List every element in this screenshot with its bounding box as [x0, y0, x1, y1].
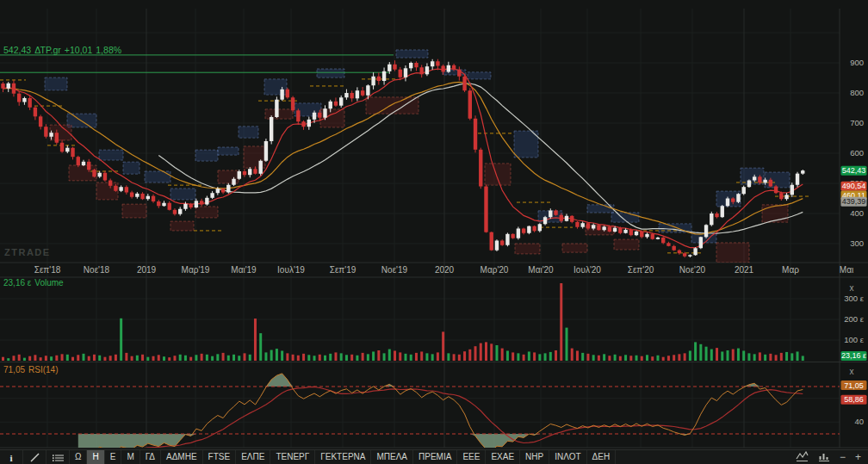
candle-body	[280, 90, 283, 100]
volume-bar	[576, 350, 579, 361]
ticker-button-ΤΕΝΕΡΓ[interactable]: ΤΕΝΕΡΓ	[270, 450, 315, 464]
candle-body	[747, 181, 751, 188]
ticker-button-ΝΗΡ[interactable]: ΝΗΡ	[520, 450, 549, 464]
volume-bar	[249, 355, 251, 361]
ticker-button-ΓΔ[interactable]: ΓΔ	[140, 450, 161, 464]
candle-body	[414, 63, 418, 67]
chart-background	[0, 0, 868, 449]
volume-bar	[173, 356, 176, 361]
draw-icon[interactable]	[23, 450, 46, 464]
candle-body	[608, 226, 611, 232]
info-icon[interactable]: i	[0, 450, 23, 464]
trading-chart-app: 900800700600500400300Σεπ'18Νοε'182019Μαρ…	[0, 0, 868, 464]
price-axis-tick: 400	[850, 208, 864, 218]
candle-body	[393, 65, 396, 70]
x-axis-tick: Μαρ	[782, 265, 799, 275]
volume-pane-close-button[interactable]: x	[850, 283, 854, 293]
candle-body	[22, 98, 26, 102]
candle-body	[490, 232, 493, 251]
volume-bar	[254, 319, 257, 361]
supply-zone-box	[218, 147, 239, 155]
demand-zone-box	[96, 183, 118, 200]
ticker-button-ΔΕΗ[interactable]: ΔΕΗ	[587, 450, 617, 464]
candle-body	[366, 85, 369, 96]
volume-bar	[345, 355, 348, 361]
candle-body	[323, 108, 326, 118]
x-axis-tick: Σεπ'20	[628, 265, 654, 275]
ticker-button-ΙΝΛΟΤ[interactable]: ΙΝΛΟΤ	[549, 450, 586, 464]
timeframe-button-Ω[interactable]: Ω	[70, 450, 87, 464]
volume-bar	[329, 354, 332, 361]
candle-body	[71, 148, 74, 158]
zoom-out-icon[interactable]: −	[840, 450, 846, 464]
volume-bar	[785, 352, 788, 361]
volume-bar	[646, 355, 648, 361]
candle-body	[103, 173, 107, 181]
volume-bar	[340, 353, 343, 361]
candle-body	[248, 169, 251, 175]
volume-bar	[146, 357, 149, 361]
volume-bar	[636, 356, 638, 361]
volume-bar	[603, 354, 605, 361]
timeframe-button-Μ[interactable]: Μ	[121, 450, 140, 464]
volume-bar	[544, 353, 547, 361]
volume-bar	[458, 355, 461, 361]
candle-body	[538, 224, 542, 231]
candle-body	[597, 225, 600, 230]
volume-bar	[286, 353, 288, 361]
candle-body	[796, 174, 799, 185]
volume-bar	[689, 350, 691, 361]
chart-canvas[interactable]: 900800700600500400300Σεπ'18Νοε'182019Μαρ…	[0, 0, 868, 449]
zoom-in-icon[interactable]: +	[855, 450, 861, 464]
volume-bar	[581, 353, 584, 361]
chart-line-icon[interactable]	[796, 451, 809, 464]
svg-text:71,05: 71,05	[844, 381, 864, 390]
volume-bar	[619, 356, 622, 361]
ticker-button-ΕΕΕ[interactable]: ΕΕΕ	[457, 450, 486, 464]
candle-body	[436, 61, 439, 65]
volume-bar	[179, 355, 182, 361]
x-axis-tick: 2021	[735, 265, 754, 275]
volume-bar	[614, 355, 617, 361]
volume-bar	[726, 350, 728, 361]
candle-body	[55, 133, 59, 143]
volume-bar	[699, 344, 702, 361]
ticker-button-ΓΕΚΤΕΡΝΑ[interactable]: ΓΕΚΤΕΡΝΑ	[315, 450, 371, 464]
ticker-button-FTSE[interactable]: FTSE	[203, 450, 237, 464]
volume-bar	[721, 351, 723, 361]
candle-body	[543, 217, 547, 224]
rsi-badge: 71,05	[841, 380, 867, 390]
volume-bar	[560, 283, 562, 361]
candle-body	[753, 176, 756, 180]
demand-zone-box	[69, 165, 96, 181]
candle-body	[39, 116, 42, 127]
candle-body	[205, 198, 208, 205]
candle-body	[307, 120, 311, 127]
ticker-button-ΕΧΑΕ[interactable]: ΕΧΑΕ	[486, 450, 520, 464]
candle-body	[666, 243, 670, 246]
candle-body	[699, 237, 703, 248]
candle-body	[329, 102, 332, 108]
candle-body	[146, 196, 150, 200]
volume-bar	[34, 355, 36, 361]
ticker-button-ΕΛΠΕ[interactable]: ΕΛΠΕ	[236, 450, 270, 464]
x-axis-tick: Μαι'20	[528, 265, 554, 275]
volume-bar	[759, 352, 761, 361]
candle-body	[377, 77, 381, 81]
volume-bar	[480, 343, 482, 361]
candle-body	[721, 206, 724, 217]
timeframe-button-Ε[interactable]: Ε	[105, 450, 122, 464]
ticker-button-ΠΡΕΜΙΑ[interactable]: ΠΡΕΜΙΑ	[413, 450, 457, 464]
candle-body	[49, 133, 53, 137]
candle-body	[286, 90, 289, 97]
volume-bar	[184, 356, 187, 361]
timeframe-button-Η[interactable]: Η	[87, 450, 104, 464]
ticker-button-ΜΠΕΛΑ[interactable]: ΜΠΕΛΑ	[371, 450, 413, 464]
rsi-pane-close-button[interactable]: x	[850, 367, 854, 376]
candle-body	[763, 180, 766, 183]
chart-bars-icon[interactable]	[818, 451, 830, 464]
svg-text:439,39: 439,39	[842, 197, 866, 206]
ticker-button-ΑΔΜΗΕ[interactable]: ΑΔΜΗΕ	[161, 450, 203, 464]
watchlist-icon[interactable]	[46, 450, 70, 464]
volume-bar	[50, 356, 53, 361]
